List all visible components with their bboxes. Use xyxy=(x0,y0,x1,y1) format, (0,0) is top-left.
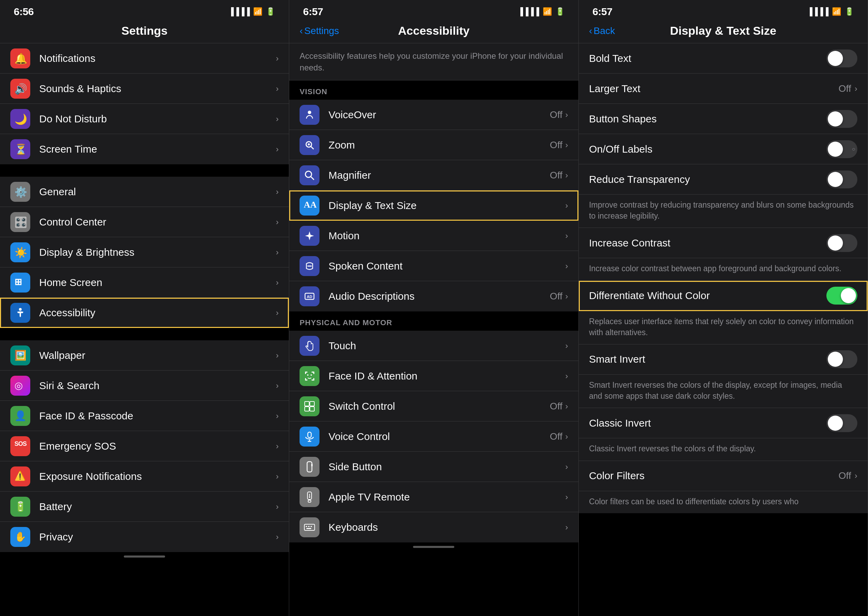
toggle-differentiate-without-color[interactable] xyxy=(826,287,857,305)
toggle-reduce-transparency[interactable] xyxy=(826,171,857,189)
row-exposure-notifications[interactable]: ⚠️ Exposure Notifications › xyxy=(0,461,289,492)
row-control-center[interactable]: 🎛️ Control Center › xyxy=(0,207,289,237)
nav-back-3[interactable]: ‹ Back xyxy=(589,25,615,36)
row-right-zoom: Off › xyxy=(550,140,568,151)
row-touch[interactable]: Touch › xyxy=(289,331,578,361)
toggle-button-shapes[interactable] xyxy=(826,110,857,128)
label-general: General xyxy=(39,186,76,198)
back-label-3: Back xyxy=(594,25,615,36)
row-button-shapes[interactable]: Button Shapes xyxy=(579,104,868,134)
chevron-screen-time: › xyxy=(276,145,278,154)
label-side-button: Side Button xyxy=(329,461,382,473)
settings-list-1[interactable]: 🔔 Notifications › 🔊 Sounds & Haptics › xyxy=(0,43,289,616)
row-keyboards[interactable]: Keyboards › xyxy=(289,512,578,542)
svg-point-1 xyxy=(308,111,311,114)
row-content-audio-descriptions: Audio Descriptions Off › xyxy=(329,291,568,302)
row-accessibility[interactable]: Accessibility › xyxy=(0,298,289,328)
row-battery[interactable]: 🔋 Battery › xyxy=(0,492,289,522)
label-color-filters: Color Filters xyxy=(589,470,838,482)
row-apple-tv-remote[interactable]: Apple TV Remote › xyxy=(289,482,578,512)
row-siri-search[interactable]: ◎ Siri & Search › xyxy=(0,371,289,401)
nav-title-1: Settings xyxy=(121,24,167,38)
row-bold-text[interactable]: Bold Text xyxy=(579,43,868,74)
value-voice-control: Off xyxy=(550,431,563,442)
row-content-privacy: Privacy › xyxy=(39,531,278,543)
label-wallpaper: Wallpaper xyxy=(39,350,85,361)
toggle-smart-invert[interactable] xyxy=(826,350,857,368)
icon-voice-control xyxy=(300,427,319,446)
off-label-indicator: ○ xyxy=(852,146,855,152)
row-privacy[interactable]: ✋ Privacy › xyxy=(0,522,289,552)
row-side-button[interactable]: Side Button › xyxy=(289,452,578,482)
toggle-bold-text[interactable] xyxy=(826,49,857,68)
switch-control-icon-svg xyxy=(303,401,315,412)
icon-notifications: 🔔 xyxy=(10,49,30,68)
row-magnifier[interactable]: Magnifier Off › xyxy=(289,160,578,190)
svg-rect-37 xyxy=(308,526,310,527)
row-reduce-transparency[interactable]: Reduce Transparency xyxy=(579,164,868,195)
label-screen-time: Screen Time xyxy=(39,143,97,155)
row-emergency-sos[interactable]: SOS Emergency SOS › xyxy=(0,431,289,461)
svg-point-7 xyxy=(307,266,309,267)
toggle-on-off-labels[interactable]: ○ xyxy=(826,140,857,158)
row-general[interactable]: ⚙️ General › xyxy=(0,177,289,207)
row-do-not-disturb[interactable]: 🌙 Do Not Disturb › xyxy=(0,104,289,134)
row-notifications[interactable]: 🔔 Notifications › xyxy=(0,43,289,74)
icon-exposure-notifications: ⚠️ xyxy=(10,467,30,486)
accessibility-icon-svg xyxy=(14,307,26,319)
row-voice-control[interactable]: Voice Control Off › xyxy=(289,421,578,452)
chevron-do-not-disturb: › xyxy=(276,114,278,124)
row-screen-time[interactable]: ⏳ Screen Time › xyxy=(0,134,289,164)
value-audio-descriptions: Off xyxy=(550,291,563,302)
row-differentiate-without-color[interactable]: Differentiate Without Color xyxy=(579,281,868,311)
chevron-notifications: › xyxy=(276,53,278,63)
row-switch-control[interactable]: Switch Control Off › xyxy=(289,391,578,421)
row-voiceover[interactable]: VoiceOver Off › xyxy=(289,100,578,130)
scroll-indicator-1 xyxy=(124,555,165,558)
icon-display-text-size: AA xyxy=(300,196,319,215)
icon-privacy: ✋ xyxy=(10,527,30,547)
label-increase-contrast: Increase Contrast xyxy=(589,237,826,249)
row-zoom[interactable]: Zoom Off › xyxy=(289,130,578,160)
row-spoken-content[interactable]: Spoken Content › xyxy=(289,251,578,281)
desc-smart-invert: Smart Invert reverses the colors of the … xyxy=(579,375,868,408)
row-home-screen[interactable]: ⊞ Home Screen › xyxy=(0,267,289,298)
row-display-text-size[interactable]: AA Display & Text Size › xyxy=(289,190,578,221)
row-smart-invert[interactable]: Smart Invert xyxy=(579,344,868,375)
chevron-privacy: › xyxy=(276,532,278,542)
toggle-classic-invert[interactable] xyxy=(826,414,857,432)
row-display-brightness[interactable]: ☀️ Display & Brightness › xyxy=(0,237,289,267)
row-right-audio: Off › xyxy=(550,291,568,302)
row-sounds-haptics[interactable]: 🔊 Sounds & Haptics › xyxy=(0,74,289,104)
status-icons-2: ▐▐▐▐ 📶 🔋 xyxy=(517,7,565,16)
row-wallpaper[interactable]: 🖼️ Wallpaper › xyxy=(0,340,289,371)
label-touch: Touch xyxy=(329,340,356,352)
row-face-id-attention[interactable]: Face ID & Attention › xyxy=(289,361,578,391)
row-on-off-labels[interactable]: On/Off Labels ○ xyxy=(579,134,868,164)
row-face-id-passcode[interactable]: 👤 Face ID & Passcode › xyxy=(0,401,289,431)
nav-back-2[interactable]: ‹ Settings xyxy=(300,25,339,36)
signal-icon-3: ▐▐▐▐ xyxy=(807,7,829,16)
row-motion[interactable]: Motion › xyxy=(289,221,578,251)
row-color-filters[interactable]: Color Filters Off › xyxy=(579,461,868,491)
row-increase-contrast[interactable]: Increase Contrast xyxy=(579,228,868,258)
toggle-increase-contrast[interactable] xyxy=(826,234,857,252)
svg-point-20 xyxy=(307,374,308,376)
icon-control-center: 🎛️ xyxy=(10,212,30,232)
label-emergency-sos: Emergency SOS xyxy=(39,440,116,452)
accessibility-list[interactable]: Accessibility features help you customiz… xyxy=(289,43,578,616)
row-larger-text[interactable]: Larger Text Off › xyxy=(579,74,868,104)
label-bold-text: Bold Text xyxy=(589,53,826,64)
row-classic-invert[interactable]: Classic Invert xyxy=(579,408,868,438)
row-content-emergency-sos: Emergency SOS › xyxy=(39,440,278,452)
icon-switch-control xyxy=(300,396,319,416)
nav-bar-1: Settings xyxy=(0,20,289,43)
label-do-not-disturb: Do Not Disturb xyxy=(39,113,107,125)
gap-1 xyxy=(0,164,289,177)
right-reduce-transparency xyxy=(826,171,857,189)
row-audio-descriptions[interactable]: AD Audio Descriptions Off › xyxy=(289,281,578,311)
chevron-siri-search: › xyxy=(276,381,278,391)
label-zoom: Zoom xyxy=(329,139,355,151)
display-text-list[interactable]: Bold Text Larger Text Off › Button Shape… xyxy=(579,43,868,616)
icon-face-id-attention xyxy=(300,366,319,386)
